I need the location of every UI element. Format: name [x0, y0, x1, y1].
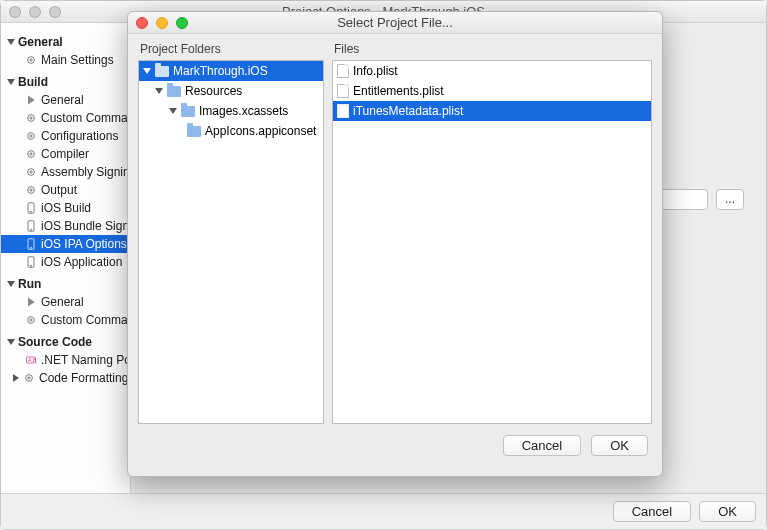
gear-icon [23, 372, 35, 384]
svg-point-15 [30, 229, 31, 230]
sidebar-item-compiler[interactable]: Compiler [1, 145, 130, 163]
svg-point-1 [30, 59, 32, 61]
browse-button[interactable]: ... [716, 189, 744, 210]
sidebar-item-label: Main Settings [41, 53, 114, 67]
chevron-down-icon [7, 39, 15, 45]
dialog-traffic-lights[interactable] [136, 17, 188, 29]
svg-point-10 [28, 187, 35, 194]
sidebar-item-label: Configurations [41, 129, 118, 143]
svg-rect-12 [28, 203, 34, 214]
parent-traffic-lights[interactable] [9, 6, 61, 18]
dialog-footer: Cancel OK [128, 424, 662, 466]
play-icon [25, 296, 37, 308]
file-row-label: Entitlements.plist [353, 84, 444, 98]
svg-point-5 [30, 135, 32, 137]
sidebar-item-label: Code Formatting [39, 371, 128, 385]
folder-icon [167, 86, 181, 97]
cancel-button[interactable]: Cancel [613, 501, 691, 522]
close-icon[interactable] [136, 17, 148, 29]
dialog-title: Select Project File... [337, 15, 453, 30]
sidebar-cat-label: Build [18, 75, 48, 89]
sidebar-cat-label: General [18, 35, 63, 49]
chevron-down-icon[interactable] [169, 108, 177, 114]
sidebar-item-build-general[interactable]: General [1, 91, 130, 109]
sidebar-item-label: Assembly Signing [41, 165, 131, 179]
files-column: Files Info.plist Entitlements.plist iTun… [332, 38, 652, 424]
sidebar-item-ios-bundle[interactable]: iOS Bundle Signing [1, 217, 130, 235]
sidebar-cat-general[interactable]: General [7, 35, 124, 49]
folders-tree[interactable]: MarkThrough.iOS Resources Images.xcasset… [138, 60, 324, 424]
sidebar-item-run-general[interactable]: General [1, 293, 130, 311]
sidebar-item-main-settings[interactable]: Main Settings [1, 51, 130, 69]
files-header: Files [334, 42, 650, 56]
tree-row[interactable]: Resources [139, 81, 323, 101]
sidebar-item-configurations[interactable]: Configurations [1, 127, 130, 145]
files-list[interactable]: Info.plist Entitlements.plist iTunesMeta… [332, 60, 652, 424]
sidebar-cat-run[interactable]: Run [7, 277, 124, 291]
sidebar-item-label: iOS IPA Options [41, 237, 127, 251]
sidebar-item-net-naming[interactable]: A.B .NET Naming Policies [1, 351, 130, 369]
svg-rect-16 [28, 239, 34, 250]
tree-row-label: AppIcons.appiconset [205, 124, 316, 138]
gear-icon [25, 112, 37, 124]
tree-row[interactable]: AppIcons.appiconset [139, 121, 323, 141]
folder-icon [155, 66, 169, 77]
sidebar-item-label: Custom Commands [41, 111, 131, 125]
sidebar-cat-build[interactable]: Build [7, 75, 124, 89]
phone-icon [25, 256, 37, 268]
file-row[interactable]: iTunesMetadata.plist [333, 101, 651, 121]
ok-button[interactable]: OK [699, 501, 756, 522]
sidebar-item-label: Custom Commands [41, 313, 131, 327]
sidebar-item-custom-commands[interactable]: Custom Commands [1, 109, 130, 127]
dialog-body: Project Folders MarkThrough.iOS Resource… [128, 34, 662, 424]
select-project-file-dialog: Select Project File... Project Folders M… [127, 11, 663, 477]
svg-point-20 [28, 317, 35, 324]
gear-icon [25, 54, 37, 66]
chevron-down-icon[interactable] [143, 68, 151, 74]
svg-point-4 [28, 133, 35, 140]
svg-point-19 [30, 265, 31, 266]
sidebar-item-run-custom[interactable]: Custom Commands [1, 311, 130, 329]
sidebar-item-code-formatting[interactable]: Code Formatting [1, 369, 130, 387]
svg-point-17 [30, 247, 31, 248]
phone-icon [25, 202, 37, 214]
zoom-icon[interactable] [176, 17, 188, 29]
sidebar-item-ios-application[interactable]: iOS Application [1, 253, 130, 271]
svg-point-6 [28, 151, 35, 158]
zoom-icon[interactable] [49, 6, 61, 18]
tree-row[interactable]: MarkThrough.iOS [139, 61, 323, 81]
document-icon [337, 104, 349, 118]
file-row[interactable]: Info.plist [333, 61, 651, 81]
tag-icon: A.B [25, 354, 37, 366]
dialog-ok-button[interactable]: OK [591, 435, 648, 456]
parent-footer: Cancel OK [1, 493, 766, 529]
tree-row-label: Images.xcassets [199, 104, 288, 118]
chevron-down-icon [7, 339, 15, 345]
svg-point-21 [30, 319, 32, 321]
sidebar-item-ios-build[interactable]: iOS Build [1, 199, 130, 217]
folders-header: Project Folders [140, 42, 322, 56]
sidebar-cat-source[interactable]: Source Code [7, 335, 124, 349]
gear-icon [25, 148, 37, 160]
minimize-icon[interactable] [156, 17, 168, 29]
tree-row-label: MarkThrough.iOS [173, 64, 268, 78]
chevron-down-icon [7, 281, 15, 287]
sidebar-item-label: Output [41, 183, 77, 197]
dialog-titlebar: Select Project File... [128, 12, 662, 34]
sidebar-item-assembly-signing[interactable]: Assembly Signing [1, 163, 130, 181]
svg-point-0 [28, 57, 35, 64]
tree-row[interactable]: Images.xcassets [139, 101, 323, 121]
svg-point-9 [30, 171, 32, 173]
file-row[interactable]: Entitlements.plist [333, 81, 651, 101]
sidebar-item-ios-ipa[interactable]: iOS IPA Options [1, 235, 130, 253]
gear-icon [25, 166, 37, 178]
folder-icon [181, 106, 195, 117]
folder-icon [187, 126, 201, 137]
minimize-icon[interactable] [29, 6, 41, 18]
chevron-down-icon [7, 79, 15, 85]
sidebar-item-output[interactable]: Output [1, 181, 130, 199]
chevron-down-icon[interactable] [155, 88, 163, 94]
dialog-cancel-button[interactable]: Cancel [503, 435, 581, 456]
chevron-right-icon [13, 374, 19, 382]
close-icon[interactable] [9, 6, 21, 18]
